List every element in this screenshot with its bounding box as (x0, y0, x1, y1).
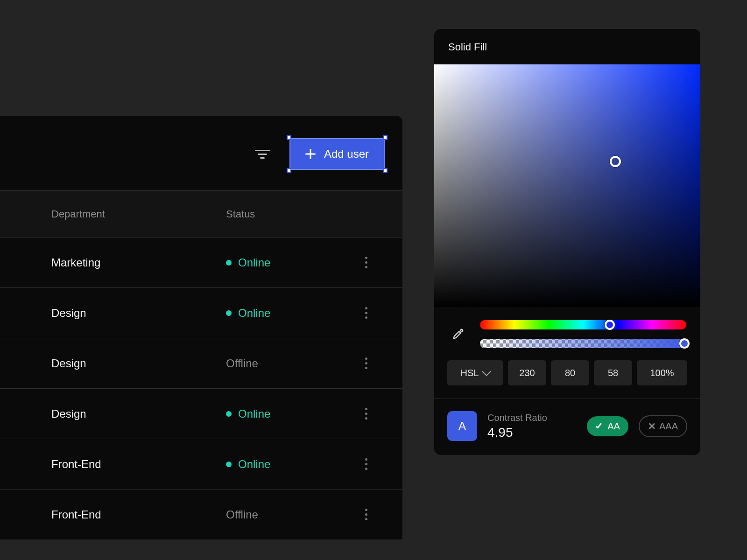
aa-label: AA (607, 421, 620, 432)
table-row: DesignOnline (0, 388, 402, 439)
column-header-department: Department (51, 208, 226, 220)
status-label: Online (238, 458, 270, 471)
status-label: Online (238, 256, 270, 269)
selection-handle[interactable] (383, 135, 388, 140)
status-dot-icon (226, 260, 232, 266)
picker-title: Solid Fill (434, 29, 700, 64)
alpha-slider[interactable] (480, 339, 686, 348)
add-user-label: Add user (324, 147, 369, 161)
contrast-aaa-badge: AAA (639, 415, 687, 437)
cell-status: Online (226, 256, 347, 269)
color-mode-label: HSL (461, 368, 479, 378)
status-label: Offline (226, 508, 258, 521)
x-icon (648, 422, 655, 430)
column-header-status: Status (226, 208, 347, 220)
contrast-label: Contrast Ratio (487, 413, 577, 423)
sv-cursor[interactable] (610, 156, 621, 167)
status-label: Offline (226, 357, 258, 370)
cell-status: Online (226, 407, 347, 420)
cell-department: Front-End (51, 508, 226, 521)
cell-status: Online (226, 458, 347, 471)
alpha-input[interactable]: 100% (637, 360, 687, 385)
cell-status: Offline (226, 357, 347, 370)
row-menu-icon[interactable] (365, 509, 367, 520)
table-row: DesignOffline (0, 338, 402, 388)
status-label: Online (238, 407, 270, 420)
color-mode-select[interactable]: HSL (447, 360, 503, 385)
cell-department: Front-End (51, 458, 226, 471)
aaa-label: AAA (659, 421, 678, 432)
cell-department: Design (51, 407, 226, 420)
cell-department: Design (51, 357, 226, 370)
add-user-selection: Add user (289, 138, 385, 170)
contrast-swatch: A (447, 411, 477, 441)
lightness-input[interactable]: 58 (594, 360, 632, 385)
row-menu-icon[interactable] (365, 307, 367, 319)
table-header-row: Department Status (0, 190, 402, 237)
row-menu-icon[interactable] (365, 458, 367, 470)
table-row: Front-EndOffline (0, 489, 402, 539)
row-menu-icon[interactable] (365, 257, 367, 268)
cell-status: Online (226, 307, 347, 320)
status-label: Online (238, 307, 270, 320)
selection-handle[interactable] (287, 135, 291, 140)
hue-input[interactable]: 230 (508, 360, 546, 385)
status-dot-icon (226, 411, 232, 417)
status-dot-icon (226, 310, 232, 316)
hue-slider[interactable] (480, 320, 686, 329)
contrast-row: A Contrast Ratio 4.95 AA AAA (434, 399, 700, 455)
selection-handle[interactable] (383, 168, 388, 173)
hue-thumb[interactable] (605, 320, 615, 330)
chevron-down-icon (483, 370, 490, 376)
contrast-aa-badge: AA (587, 416, 628, 436)
alpha-thumb[interactable] (679, 338, 690, 349)
cell-department: Marketing (51, 256, 226, 269)
check-icon (595, 422, 604, 430)
table-row: DesignOnline (0, 287, 402, 338)
cell-status: Offline (226, 508, 347, 521)
table-row: MarketingOnline (0, 237, 402, 287)
filter-icon[interactable] (255, 150, 270, 159)
table-toolbar: Add user (0, 116, 402, 190)
row-menu-icon[interactable] (365, 357, 367, 369)
add-user-button[interactable]: Add user (289, 138, 385, 170)
eyedropper-icon[interactable] (448, 324, 468, 344)
color-values-row: HSL 230 80 58 100% (434, 357, 700, 399)
table-row: Front-EndOnline (0, 439, 402, 489)
sliders-row (434, 307, 700, 357)
saturation-value-field[interactable] (434, 64, 700, 307)
plus-icon (305, 149, 316, 159)
color-picker-panel: Solid Fill HSL 230 80 58 100% (434, 29, 700, 455)
contrast-value: 4.95 (487, 425, 577, 440)
users-table-panel: Add user Department Status MarketingOnli… (0, 116, 402, 539)
saturation-input[interactable]: 80 (551, 360, 589, 385)
cell-department: Design (51, 307, 226, 320)
selection-handle[interactable] (287, 168, 291, 173)
status-dot-icon (226, 462, 232, 467)
row-menu-icon[interactable] (365, 408, 367, 420)
